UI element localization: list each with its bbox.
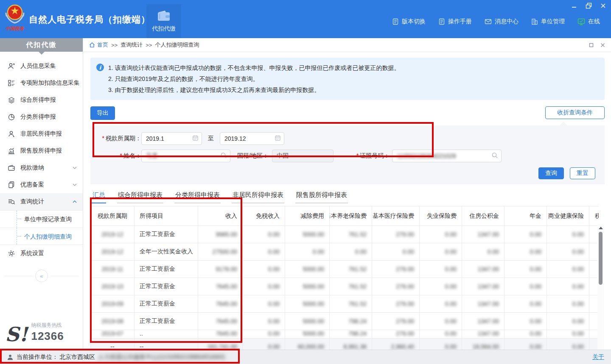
- table-cell: 279.00: [372, 313, 420, 330]
- reset-button[interactable]: 重置: [570, 167, 595, 179]
- table-cell: 18,564.00: [462, 339, 504, 350]
- sidebar-item-restricted-shares[interactable]: 限售股所得申报: [0, 142, 83, 159]
- table-row: 2019-12正常工资薪金9985.000.005000.00761.52279…: [91, 226, 599, 243]
- sidebar-item-query-statistics[interactable]: 查询统计: [0, 193, 83, 210]
- vertical-scroll-thumb[interactable]: [599, 232, 603, 285]
- sidebar-item-label: 优惠备案: [20, 181, 73, 189]
- version-switch-link[interactable]: 版本切换: [392, 18, 426, 25]
- tab-daikou-daijiao[interactable]: 代扣代缴: [146, 4, 181, 38]
- message-center-link[interactable]: 消息中心: [485, 18, 519, 25]
- breadcrumb-home[interactable]: 首页: [89, 41, 108, 49]
- table-cell: 0.00: [243, 339, 285, 350]
- mail-icon: [485, 18, 492, 25]
- panel-close-button[interactable]: [600, 43, 605, 47]
- table-cell: 7645.00: [198, 278, 243, 295]
- table-cell: 2019-10: [91, 278, 135, 295]
- breadcrumb: 首页 >> 查询统计 >> 个人扣缴明细查询: [83, 38, 611, 52]
- sidebar-item-classified-income[interactable]: 分类所得申报: [0, 108, 83, 125]
- table-cell: 0.00: [243, 226, 285, 243]
- table-column-header: 所得项目: [135, 206, 198, 225]
- table-cell: 5000.00: [285, 226, 330, 243]
- hotline-logo: S! 纳税服务热线 12366: [5, 322, 64, 343]
- close-button[interactable]: [599, 2, 607, 9]
- sidebar-item-personnel-info[interactable]: 人员信息采集: [0, 58, 83, 75]
- sidebar-item-system-settings[interactable]: 系统设置: [0, 245, 83, 262]
- user-icon: [7, 354, 14, 361]
- table-header-row: 税款所属期所得项目收入免税收入减除费用基本养老保险费基本医疗保险费失业保险费住房…: [91, 206, 599, 226]
- table-cell: 8,991.36: [330, 339, 372, 350]
- table-cell: 761.52: [330, 278, 372, 295]
- table-cell: 0.00: [504, 339, 547, 350]
- query-statistics-submenu: 单位申报记录查询 个人扣缴明细查询: [0, 210, 83, 245]
- id-number-input[interactable]: 110502199304221029: [392, 150, 502, 162]
- sidebar-subitem-unit-declaration-query[interactable]: 单位申报记录查询: [0, 211, 83, 228]
- calendar-icon[interactable]: [192, 135, 199, 142]
- scroll-up-arrow[interactable]: [599, 227, 603, 229]
- gear-icon: [8, 250, 15, 257]
- tab-comprehensive-income-return[interactable]: 综合所得申报表: [117, 189, 163, 203]
- hotline-number: 12366: [31, 330, 64, 343]
- sidebar-item-label: 人员信息采集: [20, 62, 77, 70]
- current-unit-clear: 北京市西城区: [59, 353, 95, 361]
- table-cell: --: [135, 339, 198, 350]
- table-cell: 0.00: [504, 243, 547, 260]
- nationality-label: 国籍/地区：: [237, 152, 269, 160]
- sidebar-subitem-personal-withholding-query[interactable]: 个人扣缴明细查询: [0, 228, 83, 245]
- manual-link[interactable]: 操作手册: [438, 18, 472, 25]
- vertical-scrollbar[interactable]: [597, 225, 604, 350]
- table-cell: 1347.00: [462, 278, 504, 295]
- search-icon[interactable]: [491, 152, 498, 160]
- sidebar-item-preferential-filing[interactable]: 优惠备案: [0, 176, 83, 193]
- sidebar-item-nonresident-income[interactable]: 非居民所得申报: [0, 125, 83, 142]
- table-cell: --: [91, 339, 135, 350]
- unit-management-link[interactable]: 单位管理: [531, 18, 565, 25]
- panel-maximize-button[interactable]: [589, 43, 594, 47]
- table-column-header: 住房公积金: [462, 206, 504, 225]
- table-cell: 798.24: [330, 330, 372, 338]
- tab-nonresident-income-return[interactable]: 非居民所得申报表: [232, 189, 284, 203]
- table-cell: 0.00: [243, 313, 285, 330]
- table-column-header: 基本医疗保险费: [372, 206, 420, 225]
- search-icon[interactable]: [220, 152, 227, 160]
- sidebar-item-label: 专项附加扣除信息采集: [20, 79, 80, 87]
- sidebar-header: 代扣代缴: [0, 38, 83, 52]
- tab-classified-income-return[interactable]: 分类所得申报表: [174, 189, 221, 203]
- minimize-button[interactable]: [570, 2, 578, 9]
- table-row: 2019-10正常工资薪金7645.000.005000.00761.52279…: [91, 278, 599, 295]
- table-cell: 0.00: [243, 243, 285, 260]
- result-tabs: 汇总 综合所得申报表 分类所得申报表 非居民所得申报表 限售股所得申报表: [92, 189, 605, 203]
- period-from-input[interactable]: 2019.1: [141, 132, 202, 145]
- name-label: 姓名：: [90, 152, 141, 160]
- name-input[interactable]: 马某: [141, 150, 230, 162]
- about-link[interactable]: 关于: [592, 353, 604, 361]
- table-cell: 761.52: [330, 295, 372, 312]
- calendar-icon[interactable]: [275, 135, 281, 142]
- export-button[interactable]: 导出: [90, 106, 115, 120]
- query-button[interactable]: 查询: [538, 167, 564, 179]
- table-cell: 2019-11: [91, 261, 135, 278]
- table-cell: 正常工资薪金: [135, 313, 198, 330]
- table-cell: 0.00: [420, 330, 462, 338]
- filter-panel: 税款所属期： 2019.1 至 2019.12: [90, 125, 605, 184]
- document-icon: [438, 18, 445, 25]
- sidebar-item-tax-payment[interactable]: 税款缴纳: [0, 159, 83, 176]
- tab-restricted-shares-return[interactable]: 限售股所得申报表: [295, 189, 348, 203]
- sidebar-menu: 人员信息采集 专项附加扣除信息采集 综合所得申报 分类所得申报 非居民所得申报: [0, 58, 83, 262]
- sidebar-item-comprehensive-income[interactable]: 综合所得申报: [0, 92, 83, 108]
- app-window: 中国税务 自然人电子税务局（扣缴端） 代扣代缴 版本切换 操作手册: [0, 0, 611, 364]
- table-cell: 1347.00: [462, 313, 504, 330]
- sidebar-collapse-button[interactable]: «: [35, 270, 48, 282]
- period-to-input[interactable]: 2019.12: [220, 132, 284, 145]
- table-cell: 0.00: [504, 226, 547, 243]
- notice-line: 1. 该查询统计表仅能查询已申报成功的数据，不包含未申报、申报失败，已申报但已作…: [108, 62, 400, 73]
- table-cell: 5000.00: [285, 313, 330, 330]
- tab-summary[interactable]: 汇总: [92, 189, 106, 203]
- online-status[interactable]: 在线: [577, 18, 600, 25]
- table-cell: 761.52: [330, 261, 372, 278]
- restore-button[interactable]: [585, 2, 592, 9]
- sidebar-item-special-deduction[interactable]: 专项附加扣除信息采集: [0, 75, 83, 92]
- table-cell: 1347.00: [462, 226, 504, 243]
- collapse-query-conditions-button[interactable]: 收折查询条件: [545, 106, 605, 119]
- wallet-icon: [157, 10, 171, 22]
- table-row-partial: 2019-07..7645.000.005000.00798.24279.000…: [91, 330, 599, 339]
